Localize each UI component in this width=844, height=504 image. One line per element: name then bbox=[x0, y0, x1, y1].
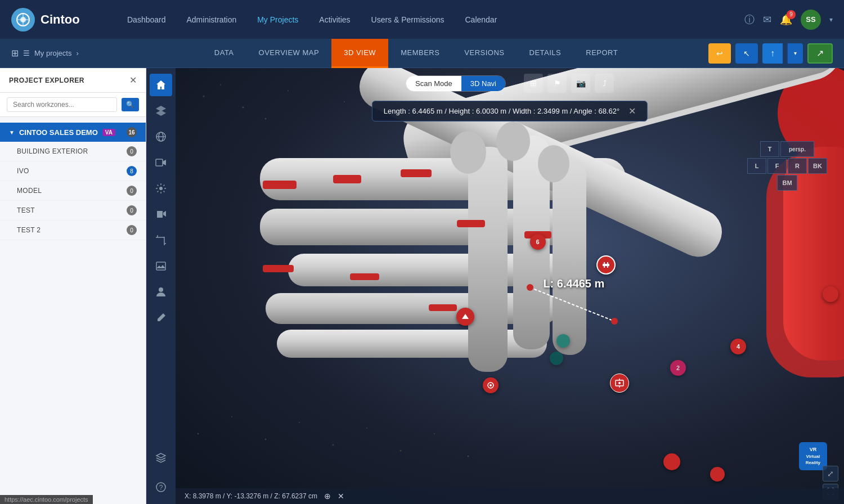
scan-mode-button[interactable]: Scan Mode bbox=[406, 76, 461, 91]
workzone-name: IVO bbox=[17, 167, 127, 175]
sidebar-title: PROJECT EXPLORER bbox=[9, 76, 84, 84]
tab-members[interactable]: MEMBERS bbox=[388, 39, 452, 68]
tab-3d-view[interactable]: 3D VIEW bbox=[331, 39, 388, 68]
chevron-down-icon: ▼ bbox=[9, 129, 15, 136]
project-explorer-sidebar: PROJECT EXPLORER ✕ 🔍 ▼ CINTOO SALES DEMO… bbox=[0, 68, 146, 504]
marker-4[interactable]: 4 bbox=[730, 339, 746, 354]
notification-badge: 9 bbox=[787, 10, 796, 19]
secondary-navigation: ⊞ ☰ My projects › DATA OVERVIEW MAP 3D V… bbox=[0, 39, 844, 68]
annotate-button[interactable]: ↩ bbox=[708, 43, 731, 64]
cursor-button[interactable]: ↖ bbox=[735, 43, 758, 64]
nav-cube-bottom-row: BM bbox=[777, 175, 797, 191]
logo-icon bbox=[11, 8, 35, 32]
search-button[interactable]: 🔍 bbox=[122, 98, 139, 111]
measurement-distance-label: L: 6.4465 m bbox=[543, 277, 604, 290]
home-icon-btn[interactable] bbox=[150, 74, 172, 96]
project-name-label: CINTOO SALES DEMO bbox=[19, 128, 98, 137]
nav-cube-f[interactable]: F bbox=[767, 158, 787, 174]
url-bar: https://aec.cintoo.com/projects bbox=[0, 495, 93, 504]
nav-calendar[interactable]: Calendar bbox=[456, 11, 506, 29]
workzone-test2[interactable]: TEST 2 0 bbox=[0, 220, 146, 240]
nav-cube-persp[interactable]: persp. bbox=[780, 141, 814, 157]
upload-icon: ↑ bbox=[770, 48, 775, 58]
info-button[interactable]: ⓘ bbox=[744, 13, 755, 26]
close-coordinates-button[interactable]: ✕ bbox=[338, 492, 344, 501]
marker-tool-1[interactable] bbox=[456, 308, 474, 326]
vr-label: VR bbox=[806, 447, 820, 453]
globe-icon-btn[interactable] bbox=[150, 125, 172, 148]
workzone-ivo[interactable]: IVO 8 bbox=[0, 161, 146, 181]
tooltip-close-button[interactable]: ✕ bbox=[628, 106, 636, 116]
layers-icon-btn[interactable] bbox=[150, 100, 172, 122]
marker-side-1[interactable] bbox=[823, 286, 838, 302]
svg-rect-49 bbox=[333, 175, 361, 183]
svg-point-62 bbox=[231, 416, 232, 417]
picture-icon-btn[interactable] bbox=[150, 255, 172, 277]
mode-toggle: Scan Mode 3D Navi bbox=[406, 75, 506, 92]
workzone-model[interactable]: MODEL 0 bbox=[0, 181, 146, 201]
mail-button[interactable]: ✉ bbox=[763, 14, 771, 26]
marker-teal-2[interactable] bbox=[550, 352, 563, 365]
user-avatar[interactable]: SS bbox=[801, 10, 821, 30]
search-input[interactable] bbox=[7, 97, 117, 112]
tab-details[interactable]: DETAILS bbox=[517, 39, 574, 68]
workzone-name: BUILDING EXTERIOR bbox=[17, 147, 127, 155]
nav-cube-bk[interactable]: BK bbox=[808, 158, 827, 174]
3d-navi-button[interactable]: 3D Navi bbox=[461, 76, 505, 91]
marker-scan-1[interactable] bbox=[610, 374, 629, 393]
nav-dashboard[interactable]: Dashboard bbox=[118, 11, 175, 29]
svg-point-18 bbox=[344, 101, 345, 102]
nav-cube-l[interactable]: L bbox=[747, 158, 766, 174]
cursor-icon: ↖ bbox=[743, 49, 750, 58]
upload-button[interactable]: ↑ bbox=[762, 43, 783, 64]
upload-dropdown[interactable]: ▾ bbox=[787, 43, 803, 64]
settings-icon-btn[interactable] bbox=[150, 177, 172, 200]
nav-cube-r[interactable]: R bbox=[788, 158, 807, 174]
workzone-building-exterior[interactable]: BUILDING EXTERIOR 0 bbox=[0, 142, 146, 161]
3d-view-panel[interactable]: Scan Mode 3D Navi ⊞ ⚑ 📷 ⤴ Length : 6.446… bbox=[176, 68, 844, 504]
grid-view-button[interactable]: ⊞ bbox=[524, 74, 543, 93]
main-navigation: Dashboard Administration My Projects Act… bbox=[118, 11, 728, 29]
person-icon-btn[interactable] bbox=[150, 281, 172, 303]
avatar-dropdown[interactable]: ▾ bbox=[829, 16, 833, 24]
logo[interactable]: Cintoo bbox=[11, 8, 101, 32]
stack-icon-btn[interactable] bbox=[150, 447, 172, 469]
svg-point-61 bbox=[197, 433, 199, 435]
crop-icon-btn[interactable] bbox=[150, 229, 172, 251]
breadcrumb-label[interactable]: My projects bbox=[34, 49, 71, 57]
tab-report[interactable]: REPORT bbox=[573, 39, 630, 68]
nav-cube-bm[interactable]: BM bbox=[777, 175, 797, 191]
share-button[interactable]: ⤴ bbox=[595, 74, 614, 93]
svg-point-77 bbox=[490, 384, 492, 386]
va-badge: VA bbox=[102, 129, 115, 136]
svg-point-56 bbox=[450, 131, 486, 174]
workzone-count: 8 bbox=[127, 166, 137, 176]
breadcrumb-arrow: › bbox=[76, 49, 78, 57]
svg-rect-51 bbox=[457, 220, 485, 227]
copy-coordinates-button[interactable]: ⊕ bbox=[324, 492, 331, 501]
notifications-button[interactable]: 🔔 9 bbox=[780, 14, 792, 26]
nav-cube-middle-row: L F R BK bbox=[747, 158, 827, 174]
project-header[interactable]: ▼ CINTOO SALES DEMO VA 16 bbox=[0, 123, 146, 142]
nav-activities[interactable]: Activities bbox=[310, 11, 359, 29]
tab-data[interactable]: DATA bbox=[202, 39, 246, 68]
export-button[interactable]: ↗ bbox=[807, 43, 833, 64]
flag-button[interactable]: ⚑ bbox=[547, 74, 567, 93]
marker-6[interactable]: 6 bbox=[530, 234, 546, 250]
nav-users-permissions[interactable]: Users & Permissions bbox=[362, 11, 454, 29]
video-icon-btn[interactable] bbox=[150, 151, 172, 174]
sidebar-close-button[interactable]: ✕ bbox=[129, 75, 137, 86]
workzone-count: 0 bbox=[127, 146, 137, 156]
help-icon-btn[interactable]: ? bbox=[150, 476, 172, 498]
nav-administration[interactable]: Administration bbox=[178, 11, 246, 29]
nav-cube-t[interactable]: T bbox=[760, 141, 779, 157]
record-icon-btn[interactable] bbox=[150, 203, 172, 226]
expand-button[interactable]: ⤢ bbox=[823, 466, 838, 482]
workzone-test[interactable]: TEST 0 bbox=[0, 201, 146, 220]
nav-my-projects[interactable]: My Projects bbox=[248, 11, 307, 29]
marker-teal-1[interactable] bbox=[556, 334, 570, 348]
camera-button[interactable]: 📷 bbox=[571, 74, 590, 93]
tab-versions[interactable]: VERSIONS bbox=[452, 39, 517, 68]
tab-overview-map[interactable]: OVERVIEW MAP bbox=[246, 39, 332, 68]
pencil-icon-btn[interactable] bbox=[150, 307, 172, 329]
